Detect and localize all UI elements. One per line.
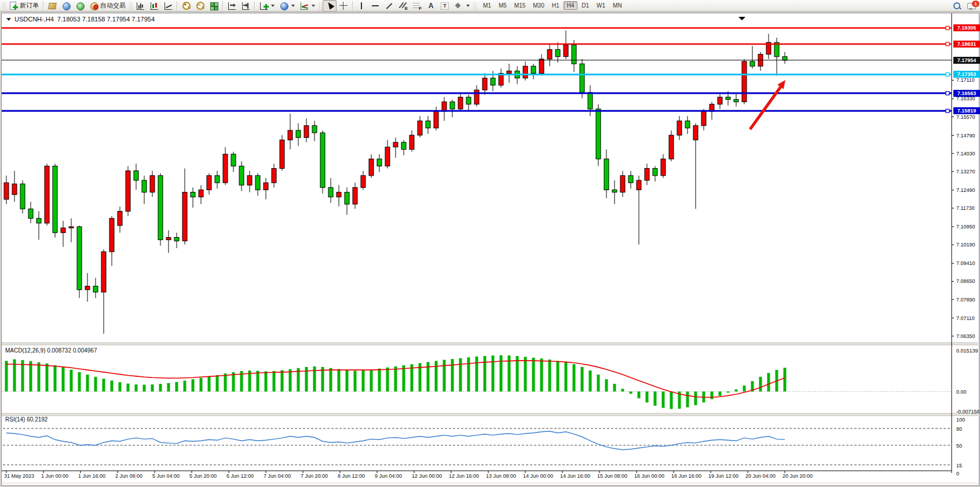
- label-tool-button[interactable]: T: [438, 0, 452, 12]
- tf-button-m1[interactable]: M1: [480, 1, 495, 10]
- tf-button-w1[interactable]: W1: [593, 1, 609, 10]
- autotrading-icon: [89, 1, 98, 10]
- candle-body: [474, 90, 479, 104]
- candle-body: [620, 176, 625, 192]
- candle-body: [109, 219, 114, 252]
- zoom-in-button[interactable]: +: [179, 0, 193, 12]
- tf-button-h1[interactable]: H1: [548, 1, 563, 10]
- community-button[interactable]: [59, 0, 73, 12]
- new-chart-button[interactable]: [257, 0, 277, 12]
- candle-body: [280, 140, 284, 168]
- fibonacci-tool-button[interactable]: F: [410, 0, 424, 12]
- auto-scroll-icon: [227, 1, 236, 10]
- autotrading-button[interactable]: 自动交易: [87, 0, 128, 12]
- time-axis-label: 7 Jun 04:00: [264, 473, 291, 479]
- toolbar-grip: [473, 2, 476, 10]
- vertical-line-icon: [357, 1, 366, 10]
- candle-body: [36, 219, 41, 223]
- price-tick-label: 7.07890: [956, 297, 975, 303]
- candle-body: [750, 61, 755, 66]
- line-handle[interactable]: [946, 42, 949, 46]
- candle-body: [353, 187, 357, 204]
- candle-body: [726, 97, 730, 99]
- search-icon[interactable]: [952, 1, 961, 10]
- candle-body: [482, 78, 487, 90]
- chart-menu-icon[interactable]: [6, 18, 11, 21]
- macd-scale-label: -0.007156: [956, 409, 980, 415]
- auto-scroll-button[interactable]: [225, 0, 239, 12]
- candle-body: [507, 71, 511, 73]
- chart-canvas[interactable]: [2, 13, 978, 484]
- candle-body: [555, 49, 560, 56]
- rsi-title: RSI(14): [5, 416, 25, 423]
- line-chart-icon: [163, 1, 173, 10]
- candle-chart-mode-button[interactable]: [147, 0, 161, 12]
- chart-shift-button[interactable]: [239, 0, 253, 12]
- tf-button-m30[interactable]: M30: [529, 1, 547, 10]
- time-axis-label: 5 Jun 04:00: [152, 473, 180, 479]
- arrows-tool-button[interactable]: [452, 0, 472, 12]
- candle-body: [126, 171, 130, 212]
- candle-body: [320, 133, 325, 187]
- zoom-in-icon: +: [181, 1, 191, 10]
- price-tick-label: 7.14790: [956, 133, 975, 139]
- trend-arrow-object[interactable]: [750, 83, 783, 129]
- line-handle[interactable]: [946, 92, 949, 95]
- scroll-to-end-marker[interactable]: [738, 17, 745, 20]
- pane-divider[interactable]: [2, 343, 978, 345]
- chart-shift-icon: [241, 1, 250, 10]
- tile-windows-button[interactable]: [207, 0, 221, 12]
- tf-button-mn[interactable]: MN: [609, 1, 626, 10]
- tf-button-h4[interactable]: H4: [564, 1, 578, 10]
- zoom-out-button[interactable]: −: [193, 0, 207, 12]
- candle-body: [182, 192, 187, 241]
- time-axis-label: 13 Jun 08:00: [486, 473, 516, 479]
- candle-body: [393, 142, 398, 147]
- market-watch-icon: [47, 1, 57, 10]
- fibonacci-letter: F: [419, 6, 422, 11]
- line-handle[interactable]: [946, 109, 949, 112]
- macd-title: MACD(12,26,9): [5, 347, 45, 354]
- bar-chart-mode-button[interactable]: [133, 0, 147, 12]
- new-order-button[interactable]: 新订单: [6, 0, 41, 12]
- crosshair-tool-button[interactable]: [337, 0, 350, 12]
- timeframe-toolbar: M1 M5 M15 M30 H1 H4 D1 W1 MN: [480, 1, 626, 10]
- chart-window[interactable]: USDCNH-,H4 7.18053 7.18158 7.17954 7.179…: [1, 13, 979, 486]
- chat-icon[interactable]: 1: [967, 1, 977, 10]
- tf-button-m15[interactable]: M15: [511, 1, 529, 10]
- chevron-down-icon: [466, 5, 470, 7]
- text-tool-button[interactable]: A: [424, 0, 438, 12]
- time-axis-label: 5 Jun 20:00: [189, 473, 217, 479]
- candle-body: [199, 190, 203, 197]
- price-tick-label: 7.06350: [956, 333, 975, 339]
- horizontal-line-tool-button[interactable]: [368, 0, 382, 12]
- market-watch-button[interactable]: [45, 0, 59, 12]
- candle-body: [150, 176, 155, 192]
- new-order-icon: [9, 1, 18, 10]
- indicators-button[interactable]: [297, 0, 317, 12]
- price-tick-label: 7.14030: [956, 151, 975, 157]
- pane-divider[interactable]: [2, 413, 978, 416]
- zoom-out-icon: −: [195, 1, 204, 10]
- time-axis-label: 19 Jun 12:00: [708, 473, 738, 479]
- candle-body: [101, 252, 106, 292]
- tf-button-d1[interactable]: D1: [578, 1, 593, 10]
- candlestick-chart-icon: [149, 1, 159, 10]
- time-axis-label: 1 Jun 16:00: [78, 473, 105, 479]
- trendline-tool-button[interactable]: [382, 0, 396, 12]
- profiles-button[interactable]: [277, 0, 297, 12]
- tf-button-m5[interactable]: M5: [495, 1, 510, 10]
- line-handle[interactable]: [946, 26, 949, 30]
- line-handle[interactable]: [946, 72, 949, 76]
- text-letter: A: [426, 1, 436, 10]
- main-toolbar: 新订单 自动交易 + − E F: [0, 0, 980, 12]
- time-axis-label: 14 Jun 16:00: [560, 473, 590, 479]
- time-axis-label: 16 Jun 00:00: [634, 473, 664, 479]
- candle-body: [742, 61, 747, 102]
- channel-tool-button[interactable]: E: [396, 0, 410, 12]
- cursor-tool-button[interactable]: [323, 0, 337, 12]
- line-chart-mode-button[interactable]: [161, 0, 175, 12]
- macd-scale-label: 0.015139: [956, 348, 978, 354]
- vertical-line-tool-button[interactable]: [354, 0, 368, 12]
- signals-button[interactable]: [73, 0, 87, 12]
